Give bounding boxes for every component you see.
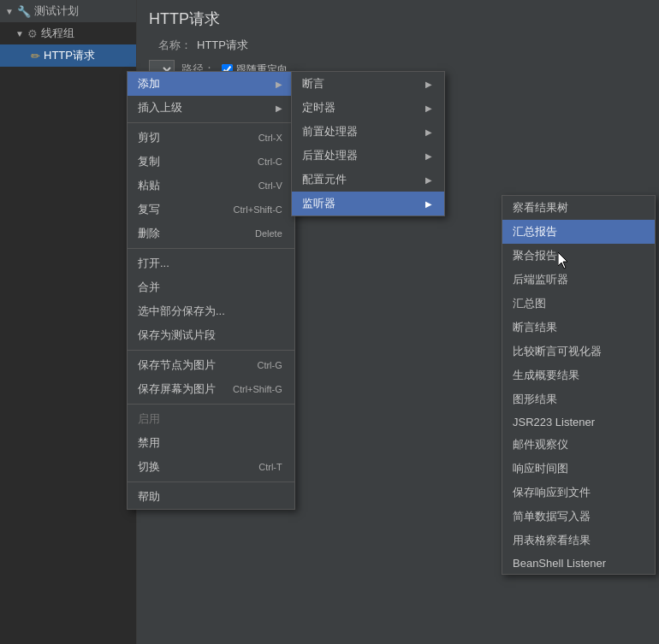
menu-item-paste-label: 粘贴: [138, 178, 160, 193]
listener-label-summary-graph: 汇总图: [513, 296, 546, 311]
wrench-icon: 🔧: [17, 5, 31, 18]
menu-item-disable-label: 禁用: [138, 435, 160, 451]
menu-item-save-fragment-label: 保存为测试片段: [138, 328, 216, 343]
listener-label-beanshell: BeanShell Listener: [513, 557, 606, 570]
submenu-arrow-listener: ▶: [425, 199, 432, 209]
menu-item-help-label: 帮助: [138, 489, 160, 505]
menu-item-add-label: 添加: [138, 76, 160, 92]
listener-label-table-view: 用表格察看结果: [513, 533, 591, 548]
menu-item-toggle[interactable]: 切换 Ctrl-T: [128, 455, 294, 479]
listener-item-compare-visualizer[interactable]: 比较断言可视化器: [502, 340, 655, 363]
listener-label-save-response: 保存响应到文件: [513, 485, 591, 500]
menu-item-copy-label: 复制: [138, 154, 160, 169]
separator-2: [128, 248, 294, 249]
listener-label-summary-report: 汇总报告: [513, 224, 557, 239]
tree-item-test-plan[interactable]: ▼ 🔧 测试计划: [0, 0, 136, 22]
tree-item-thread-group[interactable]: ▼ ⚙ 线程组: [0, 22, 136, 44]
tree-expand-arrow2: ▼: [15, 29, 24, 38]
listener-item-mail-observer[interactable]: 邮件观察仪: [502, 433, 655, 457]
menu-item-disable[interactable]: 禁用: [128, 431, 294, 455]
submenu-item-config-label: 配置元件: [302, 172, 347, 187]
listener-label-aggregate-report: 聚合报告: [513, 248, 557, 263]
submenu-item-timer[interactable]: 定时器 ▶: [292, 96, 444, 120]
menu-item-cut[interactable]: 剪切 Ctrl-X: [128, 126, 294, 150]
thread-group-label: 线程组: [41, 26, 74, 41]
delete-shortcut: Delete: [255, 228, 282, 239]
submenu-item-post-processor[interactable]: 后置处理器 ▶: [292, 144, 444, 168]
separator-3: [128, 350, 294, 351]
name-label: 名称：: [149, 38, 192, 53]
submenu-item-assertion[interactable]: 断言 ▶: [292, 72, 444, 96]
submenu-arrow-insert: ▶: [276, 103, 282, 113]
menu-item-cut-label: 剪切: [138, 130, 160, 145]
submenu-listener: 察看结果树 汇总报告 聚合报告 后端监听器 汇总图 断言结果 比较断言可视化器 …: [502, 195, 656, 575]
submenu-item-pre-processor[interactable]: 前置处理器 ▶: [292, 120, 444, 144]
listener-item-jsr223[interactable]: JSR223 Listener: [502, 411, 655, 433]
menu-item-help[interactable]: 帮助: [128, 485, 294, 509]
listener-item-backend[interactable]: 后端监听器: [502, 268, 655, 292]
menu-item-save-fragment[interactable]: 保存为测试片段: [128, 323, 294, 347]
listener-item-view-tree[interactable]: 察看结果树: [502, 196, 655, 220]
menu-item-save-selection[interactable]: 选中部分保存为...: [128, 299, 294, 323]
menu-item-insert-parent[interactable]: 插入上级 ▶: [128, 96, 294, 120]
listener-item-assertion-result[interactable]: 断言结果: [502, 316, 655, 340]
separator-5: [128, 482, 294, 482]
menu-item-save-node-img-label: 保存节点为图片: [138, 357, 216, 373]
name-value: HTTP请求: [197, 38, 248, 53]
submenu-item-config[interactable]: 配置元件 ▶: [292, 168, 444, 192]
listener-label-simple-writer: 简单数据写入器: [513, 509, 591, 524]
listener-item-aggregate-report[interactable]: 聚合报告: [502, 244, 655, 268]
menu-item-save-screen-img[interactable]: 保存屏幕为图片 Ctrl+Shift-G: [128, 377, 294, 401]
menu-item-delete-label: 删除: [138, 226, 160, 241]
panel-title: HTTP请求: [149, 9, 647, 29]
menu-item-save-node-img[interactable]: 保存节点为图片 Ctrl-G: [128, 353, 294, 377]
listener-label-backend: 后端监听器: [513, 272, 568, 287]
submenu-item-timer-label: 定时器: [302, 100, 335, 115]
menu-item-save-screen-img-label: 保存屏幕为图片: [138, 381, 216, 397]
cut-shortcut: Ctrl-X: [258, 133, 282, 143]
save-screen-shortcut: Ctrl+Shift-G: [233, 384, 282, 394]
menu-item-merge[interactable]: 合并: [128, 275, 294, 299]
listener-item-generate-summary[interactable]: 生成概要结果: [502, 363, 655, 387]
separator-4: [128, 404, 294, 405]
gear-icon: ⚙: [27, 27, 38, 40]
listener-item-save-response[interactable]: 保存响应到文件: [502, 481, 655, 505]
test-plan-label: 测试计划: [34, 3, 79, 19]
listener-label-generate-summary: 生成概要结果: [513, 368, 579, 383]
submenu-item-listener[interactable]: 监听器 ▶: [292, 192, 444, 216]
listener-label-assertion-result: 断言结果: [513, 320, 557, 335]
separator-1: [128, 122, 294, 123]
listener-label-compare-visualizer: 比较断言可视化器: [513, 344, 602, 359]
listener-item-graph-result[interactable]: 图形结果: [502, 387, 655, 411]
listener-item-response-time-graph[interactable]: 响应时间图: [502, 457, 655, 481]
save-node-shortcut: Ctrl-G: [257, 360, 282, 370]
primary-context-menu: 添加 ▶ 插入上级 ▶ 剪切 Ctrl-X 复制 Ctrl-C 粘贴 Ctrl-…: [127, 71, 295, 510]
menu-item-paste[interactable]: 粘贴 Ctrl-V: [128, 174, 294, 198]
menu-item-copy[interactable]: 复制 Ctrl-C: [128, 150, 294, 174]
tree-item-http-request[interactable]: ✏ HTTP请求: [0, 44, 136, 67]
listener-label-graph-result: 图形结果: [513, 392, 557, 407]
duplicate-shortcut: Ctrl+Shift-C: [234, 204, 282, 215]
left-panel: ▼ 🔧 测试计划 ▼ ⚙ 线程组 ✏ HTTP请求: [0, 0, 137, 644]
menu-item-duplicate[interactable]: 复写 Ctrl+Shift-C: [128, 198, 294, 222]
menu-item-merge-label: 合并: [138, 280, 160, 295]
submenu-arrow-post: ▶: [425, 151, 432, 161]
menu-item-open[interactable]: 打开...: [128, 251, 294, 275]
submenu-item-assertion-label: 断言: [302, 76, 324, 92]
menu-item-enable-label: 启用: [138, 411, 160, 427]
submenu-arrow-timer: ▶: [425, 103, 432, 113]
name-field-row: 名称： HTTP请求: [149, 38, 647, 53]
listener-item-summary-graph[interactable]: 汇总图: [502, 292, 655, 316]
listener-item-simple-writer[interactable]: 简单数据写入器: [502, 505, 655, 529]
menu-item-enable: 启用: [128, 407, 294, 431]
listener-item-summary-report[interactable]: 汇总报告: [502, 220, 655, 244]
menu-item-save-selection-label: 选中部分保存为...: [138, 304, 225, 319]
menu-item-delete[interactable]: 删除 Delete: [128, 222, 294, 245]
listener-item-table-view[interactable]: 用表格察看结果: [502, 529, 655, 552]
submenu-item-post-processor-label: 后置处理器: [302, 148, 358, 163]
pencil-icon: ✏: [31, 50, 40, 62]
menu-item-add[interactable]: 添加 ▶: [128, 72, 294, 96]
submenu-item-listener-label: 监听器: [302, 196, 335, 211]
listener-item-beanshell[interactable]: BeanShell Listener: [502, 552, 655, 574]
listener-label-jsr223: JSR223 Listener: [513, 416, 595, 428]
